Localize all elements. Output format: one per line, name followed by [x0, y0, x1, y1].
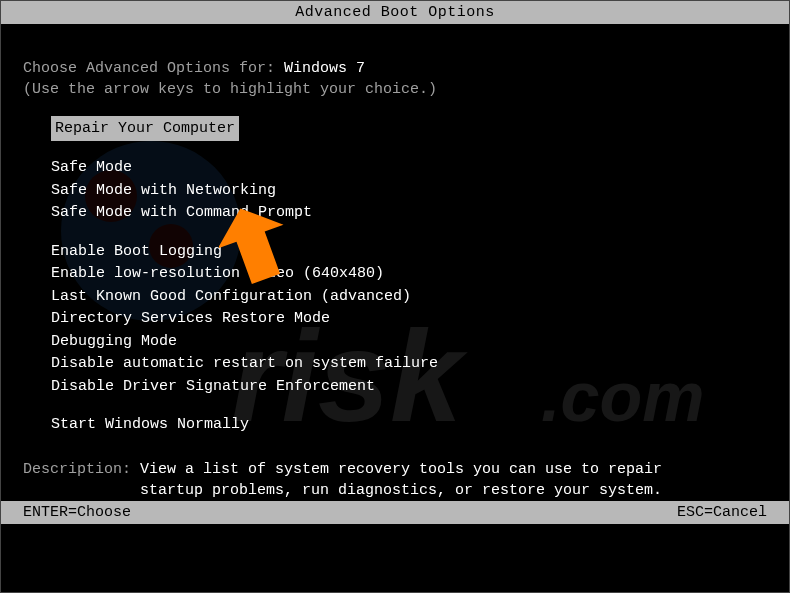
hint-text: (Use the arrow keys to highlight your ch… — [23, 79, 767, 100]
prompt-prefix: Choose Advanced Options for: — [23, 60, 284, 77]
menu-item-last-known-good[interactable]: Last Known Good Configuration (advanced) — [51, 286, 767, 309]
menu-item-debugging[interactable]: Debugging Mode — [51, 331, 767, 354]
description-label: Description: — [23, 461, 140, 478]
menu-item-repair[interactable]: Repair Your Computer — [51, 116, 239, 141]
description-block: Description: View a list of system recov… — [23, 459, 767, 501]
menu-item-dsrm[interactable]: Directory Services Restore Mode — [51, 308, 767, 331]
menu-item-start-normally[interactable]: Start Windows Normally — [51, 414, 767, 437]
menu-item-disable-auto-restart[interactable]: Disable automatic restart on system fail… — [51, 353, 767, 376]
description-text-2: startup problems, run diagnostics, or re… — [140, 482, 662, 499]
title-bar: Advanced Boot Options — [1, 1, 789, 24]
description-text-1: View a list of system recovery tools you… — [140, 461, 662, 478]
page-title: Advanced Boot Options — [295, 4, 495, 21]
menu-item-safe-mode[interactable]: Safe Mode — [51, 157, 767, 180]
os-name: Windows 7 — [284, 60, 365, 77]
menu-item-safe-mode-command[interactable]: Safe Mode with Command Prompt — [51, 202, 767, 225]
menu-item-boot-logging[interactable]: Enable Boot Logging — [51, 241, 767, 264]
footer-bar: ENTER=Choose ESC=Cancel — [1, 501, 789, 524]
prompt-line: Choose Advanced Options for: Windows 7 — [23, 58, 767, 79]
menu-item-low-res[interactable]: Enable low-resolution video (640x480) — [51, 263, 767, 286]
footer-esc: ESC=Cancel — [677, 504, 767, 521]
footer-enter: ENTER=Choose — [23, 504, 131, 521]
menu-item-safe-mode-networking[interactable]: Safe Mode with Networking — [51, 180, 767, 203]
menu-item-disable-driver-sig[interactable]: Disable Driver Signature Enforcement — [51, 376, 767, 399]
